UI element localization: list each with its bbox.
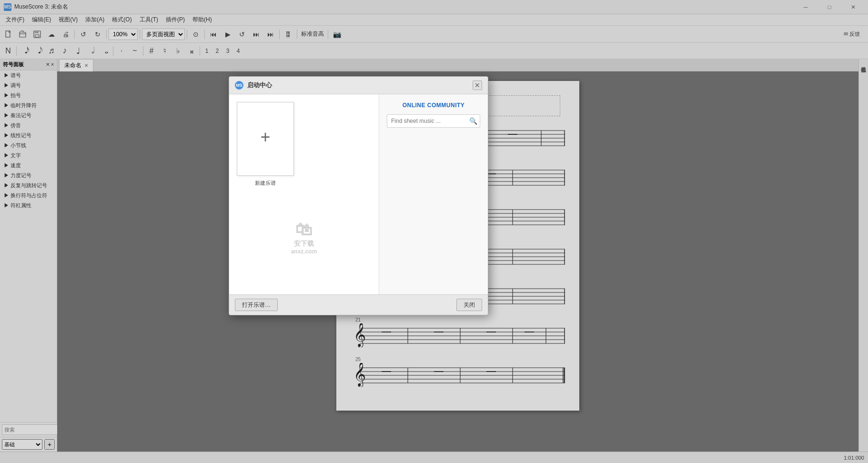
dialog-left: + 新建乐谱 🛍 安下载 anxz.com [229, 94, 379, 294]
dialog-title-bar: MS 启动中心 ✕ [229, 77, 488, 94]
sheet-music-search-input[interactable] [387, 116, 466, 126]
search-box: 🔍 [387, 114, 480, 128]
dialog-right: ONLINE COMMUNITY 🔍 [379, 94, 488, 294]
dialog-close-button[interactable]: 关闭 [456, 299, 482, 311]
search-button[interactable]: 🔍 [466, 115, 480, 127]
online-community-label: ONLINE COMMUNITY [387, 102, 480, 109]
dialog-body: + 新建乐谱 🛍 安下载 anxz.com ONLINE COMMUNITY [229, 94, 488, 294]
open-score-button[interactable]: 打开乐谱… [235, 299, 278, 311]
dialog-close-icon-btn[interactable]: ✕ [473, 81, 482, 90]
startup-dialog: MS 启动中心 ✕ + 新建乐谱 � [229, 76, 488, 315]
new-score-card[interactable]: + [237, 102, 294, 176]
dialog-overlay: MS 启动中心 ✕ + 新建乐谱 � [0, 0, 868, 463]
dialog-title: 启动中心 [247, 81, 473, 90]
new-score-label: 新建乐谱 [255, 180, 276, 187]
new-score-plus-icon: + [260, 127, 270, 147]
dialog-icon: MS [235, 81, 243, 90]
dialog-footer: 打开乐谱… 关闭 [229, 294, 488, 315]
